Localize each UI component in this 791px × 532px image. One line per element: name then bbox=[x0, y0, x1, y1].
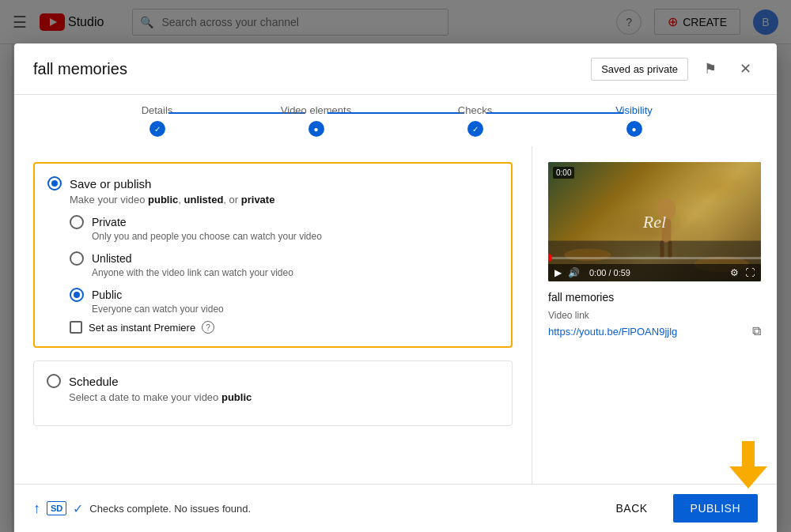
step-visibility: Visibility ● bbox=[554, 104, 713, 137]
unlisted-radio[interactable] bbox=[70, 251, 84, 266]
save-publish-header: Save or publish bbox=[47, 176, 498, 191]
play-button[interactable]: ▶ bbox=[554, 267, 562, 278]
sub-option-public: Public Everyone can watch your video bbox=[70, 288, 498, 315]
save-publish-radio[interactable] bbox=[47, 176, 62, 191]
premiere-label: Set as instant Premiere bbox=[89, 322, 195, 334]
step-details: Details ✓ bbox=[78, 104, 237, 137]
step-details-circle: ✓ bbox=[149, 121, 165, 137]
arrow-annotation bbox=[729, 441, 767, 489]
sub-option-private-row: Private bbox=[70, 215, 498, 229]
fullscreen-button[interactable]: ⛶ bbox=[745, 267, 755, 278]
premiere-row: Set as instant Premiere ? bbox=[70, 321, 498, 334]
back-button[interactable]: BACK bbox=[600, 496, 663, 521]
alert-icon-button[interactable]: ⚑ bbox=[698, 56, 723, 81]
video-link-row: https://youtu.be/FlPOAN9jjlg ⧉ bbox=[548, 324, 761, 338]
save-publish-title: Save or publish bbox=[70, 177, 151, 191]
volume-button[interactable]: 🔊 bbox=[568, 267, 580, 278]
schedule-header: Schedule bbox=[47, 374, 499, 388]
video-info: fall memories Video link https://youtu.b… bbox=[548, 291, 761, 338]
premiere-help-icon[interactable]: ? bbox=[202, 321, 214, 334]
step-video-elements-label: Video elements bbox=[281, 104, 351, 116]
schedule-radio[interactable] bbox=[47, 374, 61, 388]
step-video-elements-circle: ● bbox=[308, 121, 324, 137]
step-checks-label: Checks bbox=[458, 104, 492, 116]
dialog-right: 0:00 Rel ▶ 🔊 0:00 / 0:59 ⚙ ⛶ bbox=[532, 146, 777, 484]
video-title-overlay: Rel bbox=[643, 212, 666, 232]
public-radio[interactable] bbox=[70, 288, 84, 302]
save-publish-subtitle: Make your video public, unlisted, or pri… bbox=[70, 194, 498, 206]
sub-option-unlisted-row: Unlisted bbox=[70, 251, 498, 266]
arrow-head bbox=[729, 466, 767, 489]
dialog-header-right: Saved as private ⚑ ✕ bbox=[591, 56, 758, 81]
video-time-badge: 0:00 bbox=[553, 167, 574, 179]
upload-icon: ↑ bbox=[33, 500, 40, 517]
video-name: fall memories bbox=[548, 291, 761, 304]
saved-as-private-button[interactable]: Saved as private bbox=[591, 58, 688, 81]
dialog-header: fall memories Saved as private ⚑ ✕ bbox=[14, 43, 777, 95]
premiere-checkbox[interactable] bbox=[70, 321, 82, 334]
yellow-arrow bbox=[729, 441, 767, 489]
save-publish-box: Save or publish Make your video public, … bbox=[33, 162, 513, 348]
arrow-shaft bbox=[742, 441, 755, 466]
video-time: 0:00 / 0:59 bbox=[589, 268, 630, 277]
dialog-title: fall memories bbox=[33, 60, 591, 78]
schedule-desc: Select a date to make your video public bbox=[69, 391, 499, 403]
video-preview: 0:00 Rel ▶ 🔊 0:00 / 0:59 ⚙ ⛶ bbox=[548, 162, 761, 281]
step-visibility-circle: ● bbox=[626, 121, 642, 137]
step-checks: Checks ✓ bbox=[396, 104, 554, 137]
dialog-left: Save or publish Make your video public, … bbox=[14, 146, 532, 484]
video-link[interactable]: https://youtu.be/FlPOAN9jjlg bbox=[548, 326, 746, 338]
schedule-title: Schedule bbox=[69, 375, 119, 388]
public-label: Public bbox=[92, 289, 122, 301]
step-visibility-label: Visibility bbox=[615, 104, 653, 116]
stepper: Details ✓ Video elements ● Checks ✓ Visi… bbox=[14, 95, 777, 146]
step-video-elements: Video elements ● bbox=[237, 104, 396, 137]
step-details-label: Details bbox=[142, 104, 173, 116]
copy-icon[interactable]: ⧉ bbox=[752, 324, 761, 338]
step-checks-circle: ✓ bbox=[467, 121, 483, 137]
private-radio[interactable] bbox=[70, 215, 84, 229]
video-link-label: Video link bbox=[548, 310, 761, 321]
dialog-footer: ↑ SD ✓ Checks complete. No issues found.… bbox=[14, 484, 777, 532]
schedule-box: Schedule Select a date to make your vide… bbox=[33, 360, 513, 426]
unlisted-label: Unlisted bbox=[92, 252, 132, 265]
svg-rect-5 bbox=[660, 241, 664, 258]
footer-status: Checks complete. No issues found. bbox=[89, 503, 251, 515]
publish-button[interactable]: PUBLISH bbox=[673, 494, 758, 523]
private-desc: Only you and people you choose can watch… bbox=[92, 231, 498, 242]
close-icon: ✕ bbox=[740, 60, 751, 77]
dialog-body: Save or publish Make your video public, … bbox=[14, 146, 777, 484]
sd-badge: SD bbox=[47, 501, 66, 515]
close-button[interactable]: ✕ bbox=[732, 56, 758, 81]
svg-rect-6 bbox=[668, 241, 672, 258]
alert-icon: ⚑ bbox=[704, 60, 717, 77]
sub-option-private: Private Only you and people you choose c… bbox=[70, 215, 498, 242]
sub-options: Private Only you and people you choose c… bbox=[70, 215, 498, 315]
settings-button[interactable]: ⚙ bbox=[730, 267, 739, 278]
sub-option-public-row: Public bbox=[70, 288, 498, 302]
ctrl-right: ⚙ ⛶ bbox=[730, 267, 755, 278]
private-label: Private bbox=[92, 216, 127, 228]
sub-option-unlisted: Unlisted Anyone with the video link can … bbox=[70, 251, 498, 278]
progress-bar[interactable] bbox=[548, 257, 761, 259]
dialog: fall memories Saved as private ⚑ ✕ Detai… bbox=[14, 43, 777, 532]
public-desc: Everyone can watch your video bbox=[92, 304, 498, 315]
check-icon: ✓ bbox=[73, 501, 83, 516]
unlisted-desc: Anyone with the video link can watch you… bbox=[92, 267, 498, 278]
footer-left: ↑ SD ✓ Checks complete. No issues found. bbox=[33, 500, 251, 517]
video-controls: ▶ 🔊 0:00 / 0:59 ⚙ ⛶ bbox=[548, 264, 761, 281]
